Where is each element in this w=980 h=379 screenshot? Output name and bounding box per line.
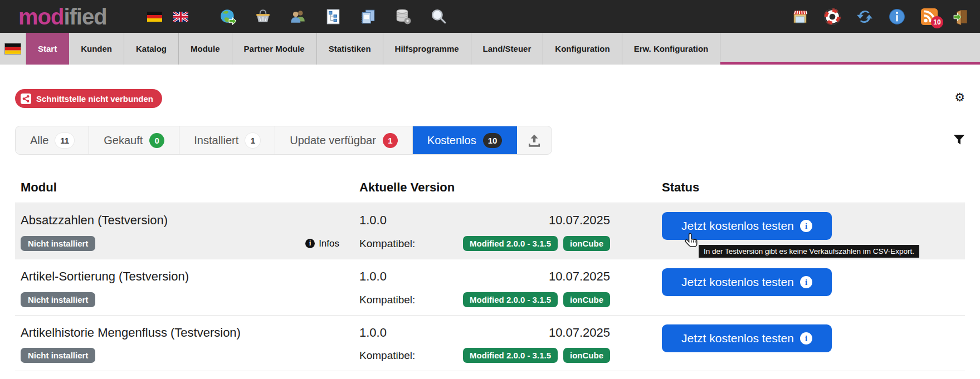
module-date: 10.07.2025: [549, 269, 610, 284]
test-now-button[interactable]: Jetzt kostenlos testen: [662, 268, 832, 296]
module-date: 10.07.2025: [549, 213, 610, 228]
search-icon[interactable]: [430, 8, 447, 25]
filter-tab-update-verfuegbar[interactable]: Update verfügbar1: [275, 126, 413, 154]
filter-tab-kostenlos[interactable]: Kostenlos10: [413, 126, 518, 154]
globe-icon[interactable]: [220, 8, 236, 25]
language-switcher: [147, 12, 188, 22]
button-label: Jetzt kostenlos testen: [681, 275, 794, 289]
filter-tab-installiert[interactable]: Installiert1: [179, 126, 275, 154]
logout-icon[interactable]: [953, 8, 970, 25]
test-now-button[interactable]: Jetzt kostenlos testen: [662, 212, 832, 240]
users-icon[interactable]: [290, 8, 306, 25]
module-version: 1.0.0: [359, 269, 387, 284]
count-badge: 0: [149, 133, 164, 148]
filter-tab-gekauft[interactable]: Gekauft0: [89, 126, 179, 154]
table-row: Artikelhistorie Mengenfluss (Testversion…: [15, 315, 965, 371]
compat-range-badge: Modified 2.0.0 - 3.1.5: [463, 292, 558, 307]
info-circle-icon: [800, 276, 812, 288]
topbar: modified 10: [0, 0, 980, 33]
nav-tab-konfiguration[interactable]: Konfiguration: [543, 33, 622, 65]
nav-tab-module[interactable]: Module: [179, 33, 232, 65]
button-label: Jetzt kostenlos testen: [681, 219, 794, 233]
logo-part-2: ified: [64, 4, 106, 29]
nav-language-flag-icon[interactable]: [0, 33, 26, 65]
header-aktuelle-version: Aktuelle Version: [359, 180, 610, 195]
lifebuoy-icon[interactable]: [824, 8, 841, 25]
info-circle-icon: [305, 239, 315, 248]
module-table: Modul Aktuelle Version Status Absatzzahl…: [15, 180, 965, 371]
interface-status-badge[interactable]: Schnittstelle nicht verbunden: [15, 89, 162, 108]
ioncube-badge: ionCube: [563, 292, 610, 307]
modified-logo[interactable]: modified: [18, 6, 107, 28]
sync-icon[interactable]: [856, 8, 873, 25]
module-version: 1.0.0: [359, 326, 387, 340]
nav-tab-start[interactable]: Start: [26, 33, 69, 65]
nav-tab-hilfsprogramme[interactable]: Hilfsprogramme: [383, 33, 471, 65]
nav-tab-katalog[interactable]: Katalog: [124, 33, 179, 65]
german-flag-icon[interactable]: [147, 12, 162, 22]
install-status-badge: Nicht installiert: [21, 292, 95, 307]
button-label: Jetzt kostenlos testen: [681, 332, 794, 345]
module-filter-tabs: Alle11 Gekauft0 Installiert1 Update verf…: [15, 126, 552, 155]
count-badge: 10: [483, 133, 503, 148]
test-now-button[interactable]: Jetzt kostenlos testen: [662, 324, 832, 352]
count-badge: 11: [55, 133, 74, 148]
install-status-badge: Nicht installiert: [21, 236, 95, 251]
rss-icon[interactable]: 10: [921, 8, 938, 25]
ioncube-badge: ionCube: [563, 236, 610, 251]
uk-flag-icon[interactable]: [173, 12, 188, 22]
info-circle-icon: [800, 220, 812, 232]
info-icon[interactable]: [889, 8, 905, 25]
filter-label: Alle: [30, 134, 48, 147]
header-modul: Modul: [21, 180, 359, 195]
module-version: 1.0.0: [359, 213, 387, 228]
count-badge: 1: [245, 133, 260, 148]
nav-tab-statistiken[interactable]: Statistiken: [317, 33, 383, 65]
rss-count-badge: 10: [931, 16, 943, 28]
topbar-system-icons: 10: [792, 8, 970, 25]
filter-tab-alle[interactable]: Alle11: [16, 126, 89, 154]
topbar-shortcut-icons: [220, 8, 447, 25]
admin-page: modified 10 Start Kunden Katalog: [0, 0, 980, 379]
infos-label: Infos: [319, 238, 339, 249]
logo-part-1: mod: [18, 4, 64, 29]
shop-icon[interactable]: [792, 8, 808, 25]
share-icon: [21, 93, 31, 104]
funnel-icon[interactable]: [953, 134, 965, 147]
compat-range-badge: Modified 2.0.0 - 3.1.5: [463, 236, 558, 251]
kompatibel-label: Kompatibel:: [359, 238, 415, 250]
main-nav: Start Kunden Katalog Module Partner Modu…: [0, 33, 980, 65]
install-status-badge: Nicht installiert: [21, 348, 95, 363]
compat-range-badge: Modified 2.0.0 - 3.1.5: [463, 348, 558, 363]
gear-icon[interactable]: [954, 91, 965, 104]
ioncube-badge: ionCube: [563, 348, 610, 363]
info-circle-icon: [800, 332, 812, 344]
nav-tab-land-steuer[interactable]: Land/Steuer: [471, 33, 544, 65]
upload-module-button[interactable]: [517, 126, 552, 154]
kompatibel-label: Kompatibel:: [359, 294, 415, 306]
nav-tab-erw-konfiguration[interactable]: Erw. Konfiguration: [622, 33, 721, 65]
module-name: Artikelhistorie Mengenfluss (Testversion…: [21, 323, 339, 340]
infos-link[interactable]: Infos: [305, 238, 339, 249]
filter-label: Gekauft: [104, 134, 143, 147]
module-date: 10.07.2025: [549, 326, 610, 340]
basket-icon[interactable]: [255, 8, 271, 25]
module-name: Artikel-Sortierung (Testversion): [21, 267, 339, 284]
journals-icon[interactable]: [360, 8, 377, 25]
header-status: Status: [662, 180, 965, 195]
count-badge: 1: [383, 133, 398, 148]
upload-icon: [528, 134, 541, 147]
nav-accent-underline: [720, 33, 980, 65]
database-icon[interactable]: [395, 8, 412, 25]
tooltip: In der Testversion gibt es keine Verkauf…: [699, 245, 919, 258]
table-row: Artikel-Sortierung (Testversion) Nicht i…: [15, 259, 965, 315]
filter-label: Installiert: [194, 134, 238, 147]
flowchart-icon[interactable]: [325, 8, 342, 25]
table-row: Absatzzahlen (Testversion) Nicht install…: [15, 203, 965, 259]
kompatibel-label: Kompatibel:: [359, 350, 415, 362]
nav-tab-kunden[interactable]: Kunden: [69, 33, 124, 65]
nav-tab-partner-module[interactable]: Partner Module: [232, 33, 317, 65]
module-name: Absatzzahlen (Testversion): [21, 211, 339, 228]
alert-label: Schnittstelle nicht verbunden: [36, 94, 153, 104]
filter-label: Update verfügbar: [290, 134, 376, 147]
